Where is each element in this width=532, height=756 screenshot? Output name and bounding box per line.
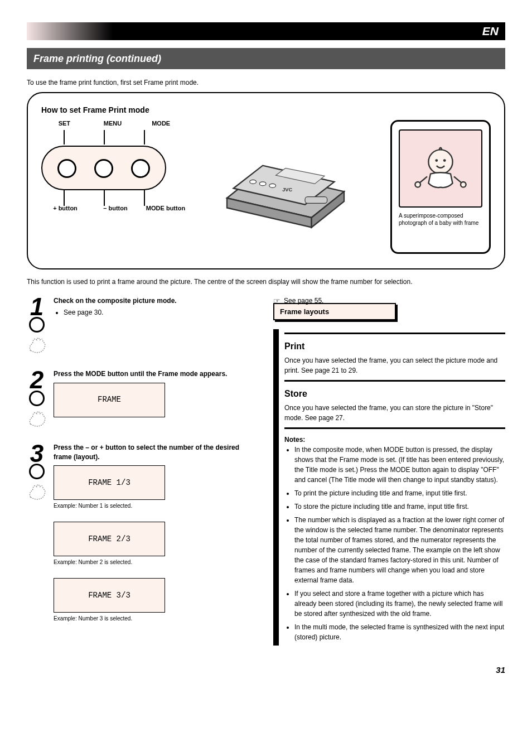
baby-icon <box>407 142 474 195</box>
button-callout: SET MENU MODE <box>41 120 181 237</box>
step2-lcd: FRAME <box>54 383 165 417</box>
howto-box: How to set Frame Print mode SET MENU MOD… <box>27 92 505 269</box>
purpose-text: This function is used to print a frame a… <box>27 277 505 287</box>
store-heading: Store <box>284 387 505 401</box>
mode-button-icon <box>131 159 150 178</box>
note-item: To print the picture including title and… <box>294 488 505 498</box>
button-bubble <box>41 146 166 190</box>
finger-icon <box>26 335 47 354</box>
step-number-2: 2 <box>30 369 43 390</box>
step-number-3: 3 <box>30 443 43 464</box>
set-button-icon <box>57 159 76 178</box>
step-2: 2 Press the MODE button until the Frame … <box>27 369 259 427</box>
rule-top <box>284 333 505 334</box>
rule-bot <box>284 427 505 429</box>
printer-illustration: JVC <box>190 120 381 237</box>
step2-title: Press the MODE button until the Frame mo… <box>54 370 227 378</box>
note-item: In the multi mode, the selected frame is… <box>294 622 505 642</box>
step3-button-icon <box>29 464 45 479</box>
step-number-1: 1 <box>30 296 43 317</box>
finger-icon <box>26 481 47 500</box>
svg-point-11 <box>435 160 438 162</box>
step3-cap-1: Example: Number 1 is selected. <box>54 502 165 509</box>
box-heading: How to set Frame Print mode <box>41 105 491 114</box>
step1-button-icon <box>29 317 45 333</box>
svg-text:JVC: JVC <box>282 187 292 193</box>
see-page-text: See page 55. <box>284 297 323 305</box>
top-banner: EN <box>27 22 505 40</box>
btn-label-minus: – button <box>95 205 136 211</box>
sidebar-strip <box>273 329 279 646</box>
step1-title: Check on the composite picture mode. <box>54 297 177 305</box>
svg-point-12 <box>443 160 446 162</box>
photo-caption: A superimpose-composed photograph of a b… <box>399 212 482 247</box>
note-item: To store the picture including title and… <box>294 502 505 512</box>
menu-button-icon <box>94 159 113 178</box>
step1-bullet: See page 30. <box>64 308 259 317</box>
svg-point-5 <box>250 180 257 184</box>
notes-heading: Notes: <box>284 436 305 444</box>
note-item: The number which is displayed as a fract… <box>294 515 505 585</box>
left-column: 1 Check on the composite picture mode. S… <box>27 296 259 651</box>
finger-icon <box>26 408 47 427</box>
note-item: In the composite mode, when MODE button … <box>294 445 505 485</box>
rule-mid <box>284 380 505 382</box>
notes-section: Notes: In the composite mode, when MODE … <box>284 435 505 642</box>
btn-label-modebtn: MODE button <box>145 205 186 211</box>
step-1: 1 Check on the composite picture mode. S… <box>27 296 259 354</box>
right-column: ☞ See page 55. Frame layouts Print Once … <box>273 296 505 651</box>
print-body: Once you have selected the frame, you ca… <box>284 355 505 375</box>
photo-image <box>399 129 482 208</box>
step3-cap-2: Example: Number 2 is selected. <box>54 558 165 566</box>
step2-button-icon <box>29 391 45 406</box>
step3-lcd-2: FRAME 2/3 <box>54 522 165 556</box>
banner-en: EN <box>482 25 499 38</box>
section-title: Frame printing (continued) <box>33 53 161 65</box>
svg-point-10 <box>428 150 452 174</box>
print-heading: Print <box>284 340 505 353</box>
svg-point-14 <box>461 182 466 187</box>
svg-point-13 <box>415 182 420 187</box>
step3-cap-3: Example: Number 3 is selected. <box>54 615 165 622</box>
btn-label-plus: + button <box>45 205 86 211</box>
step3-lcd-1: FRAME 1/3 <box>54 465 165 500</box>
store-body: Once you have selected the frame, you ca… <box>284 403 505 423</box>
btn-label-mode: MODE <box>141 120 181 127</box>
frame-intro: To use the frame print function, first s… <box>27 78 505 88</box>
svg-rect-8 <box>305 197 327 204</box>
page-number: 31 <box>496 665 505 675</box>
svg-point-7 <box>269 184 276 188</box>
step-3: 3 Press the – or + button to select the … <box>27 443 259 623</box>
printer-icon: JVC <box>207 120 364 237</box>
pointer-icon: ☞ <box>273 296 280 305</box>
step3-lcd-3: FRAME 3/3 <box>54 578 165 613</box>
photo-panel: A superimpose-composed photograph of a b… <box>390 120 491 254</box>
btn-label-set: SET <box>45 120 84 127</box>
svg-point-6 <box>259 182 266 186</box>
frame-layouts-box: Frame layouts <box>273 303 396 320</box>
btn-label-menu: MENU <box>93 120 133 127</box>
section-title-bar: Frame printing (continued) <box>27 48 505 69</box>
note-item: If you select and store a frame together… <box>294 589 505 619</box>
step3-title: Press the – or + button to select the nu… <box>54 444 239 461</box>
